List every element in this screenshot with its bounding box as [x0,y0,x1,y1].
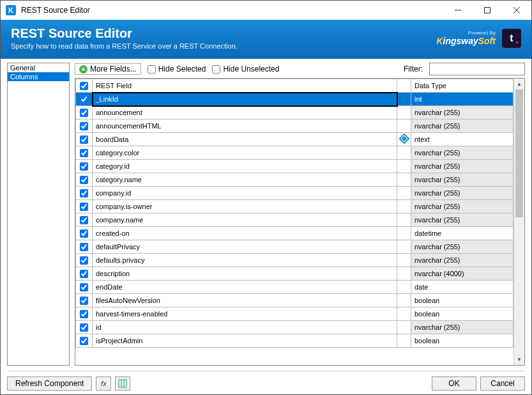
row-checkbox[interactable] [76,106,93,120]
scroll-down-arrow[interactable]: ▼ [514,354,524,365]
data-type-cell[interactable]: nvarchar (4000) [411,267,513,281]
svg-rect-1 [485,8,490,13]
minimize-button[interactable] [443,1,473,20]
table-row[interactable]: filesAutoNewVersionboolean [76,294,513,307]
table-row[interactable]: endDatedate [76,281,513,294]
scroll-thumb[interactable] [515,89,523,217]
field-name-cell[interactable]: defaults.privacy [93,254,397,267]
row-checkbox[interactable] [76,254,93,267]
field-name-cell[interactable]: _LinkId [93,93,397,106]
row-checkbox[interactable] [76,187,93,200]
field-name-cell[interactable]: category.color [93,146,397,160]
table-row[interactable]: company.idnvarchar (255) [76,187,513,200]
table-row[interactable]: category.colornvarchar (255) [76,146,513,160]
field-type-icon [397,160,411,173]
field-name-cell[interactable]: category.id [93,160,397,173]
row-checkbox[interactable] [76,93,93,106]
table-row[interactable]: category.idnvarchar (255) [76,160,513,173]
row-checkbox[interactable] [76,227,93,240]
table-row[interactable]: boardDatantext [76,133,513,146]
row-checkbox[interactable] [76,213,93,227]
hide-selected-checkbox[interactable]: Hide Selected [148,65,206,74]
table-row[interactable]: idnvarchar (255) [76,321,513,334]
table-row[interactable]: category.namenvarchar (255) [76,173,513,187]
ok-button[interactable]: OK [432,376,476,391]
row-checkbox[interactable] [76,240,93,254]
table-row[interactable]: announcementHTMLnvarchar (255) [76,120,513,133]
table-row[interactable]: company.is-ownernvarchar (255) [76,200,513,213]
close-button[interactable] [502,1,531,20]
refresh-component-button[interactable]: Refresh Component [7,376,92,391]
scroll-up-arrow[interactable]: ▲ [514,79,524,89]
filter-input[interactable] [429,63,525,75]
row-checkbox[interactable] [76,133,93,146]
table-row[interactable]: created-ondatetime [76,227,513,240]
row-checkbox[interactable] [76,173,93,187]
data-type-cell[interactable]: nvarchar (255) [411,321,513,334]
field-name-cell[interactable]: company.id [93,187,397,200]
field-type-icon [397,294,411,307]
field-name-cell[interactable]: company.name [93,213,397,227]
data-type-cell[interactable]: nvarchar (255) [411,173,513,187]
field-name-cell[interactable]: filesAutoNewVersion [93,294,397,307]
row-checkbox[interactable] [76,120,93,133]
hide-unselected-checkbox[interactable]: Hide Unselected [212,65,279,74]
data-type-cell[interactable]: int [411,93,513,106]
row-checkbox[interactable] [76,200,93,213]
data-type-cell[interactable]: boolean [411,334,513,348]
cancel-button[interactable]: Cancel [480,376,525,391]
row-checkbox[interactable] [76,160,93,173]
row-checkbox[interactable] [76,294,93,307]
data-type-cell[interactable]: nvarchar (255) [411,106,513,120]
data-type-cell[interactable]: nvarchar (255) [411,254,513,267]
field-name-cell[interactable]: defaultPrivacy [93,240,397,254]
data-type-cell[interactable]: nvarchar (255) [411,200,513,213]
table-row[interactable]: defaultPrivacynvarchar (255) [76,240,513,254]
table-row[interactable]: announcementnvarchar (255) [76,106,513,120]
field-name-cell[interactable]: harvest-timers-enabled [93,307,397,321]
field-name-cell[interactable]: id [93,321,397,334]
field-name-cell[interactable]: description [93,267,397,281]
tab-general[interactable]: General [8,63,69,72]
fx-button[interactable]: fx [96,376,111,391]
field-name-cell[interactable]: company.is-owner [93,200,397,213]
data-type-cell[interactable]: nvarchar (255) [411,120,513,133]
table-row[interactable]: harvest-timers-enabledboolean [76,307,513,321]
field-name-cell[interactable]: isProjectAdmin [93,334,397,348]
table-row[interactable]: company.namenvarchar (255) [76,213,513,227]
data-type-cell[interactable]: nvarchar (255) [411,187,513,200]
tab-columns[interactable]: Columns [8,72,69,81]
maximize-button[interactable] [473,1,502,20]
row-checkbox[interactable] [76,307,93,321]
row-checkbox[interactable] [76,281,93,294]
table-row[interactable]: descriptionnvarchar (4000) [76,267,513,281]
data-type-cell[interactable]: nvarchar (255) [411,240,513,254]
header-rest-field[interactable]: REST Field [93,79,397,93]
data-type-cell[interactable]: boolean [411,294,513,307]
data-type-cell[interactable]: ntext [411,133,513,146]
field-name-cell[interactable]: announcement [93,106,397,120]
field-name-cell[interactable]: created-on [93,227,397,240]
select-all-checkbox[interactable] [76,79,93,93]
table-row[interactable]: _LinkIdint [76,93,513,106]
row-checkbox[interactable] [76,334,93,348]
columns-icon-button[interactable] [115,376,130,391]
row-checkbox[interactable] [76,321,93,334]
row-checkbox[interactable] [76,146,93,160]
data-type-cell[interactable]: nvarchar (255) [411,160,513,173]
header-data-type[interactable]: Data Type [411,79,513,93]
data-type-cell[interactable]: nvarchar (255) [411,213,513,227]
field-name-cell[interactable]: boardData [93,133,397,146]
row-checkbox[interactable] [76,267,93,281]
more-fields-button[interactable]: + More Fields... [75,63,141,75]
field-name-cell[interactable]: category.name [93,173,397,187]
field-name-cell[interactable]: announcementHTML [93,120,397,133]
data-type-cell[interactable]: boolean [411,307,513,321]
table-row[interactable]: isProjectAdminboolean [76,334,513,348]
table-row[interactable]: defaults.privacynvarchar (255) [76,254,513,267]
field-name-cell[interactable]: endDate [93,281,397,294]
data-type-cell[interactable]: datetime [411,227,513,240]
data-type-cell[interactable]: date [411,281,513,294]
data-type-cell[interactable]: nvarchar (255) [411,146,513,160]
vertical-scrollbar[interactable]: ▲ ▼ [513,79,524,365]
